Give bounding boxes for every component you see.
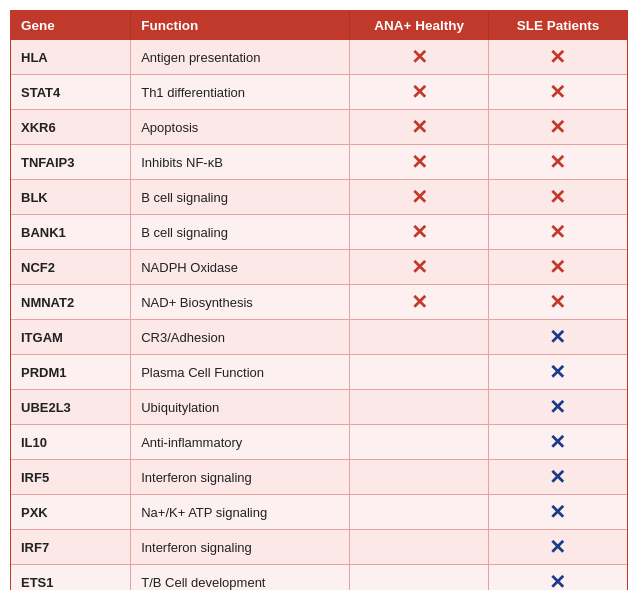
x-mark-red: ✕: [411, 185, 428, 209]
cell-sle: ✕: [488, 285, 627, 320]
cell-function: Ubiquitylation: [131, 390, 350, 425]
header-function: Function: [131, 11, 350, 40]
cell-function: Th1 differentiation: [131, 75, 350, 110]
x-mark-red: ✕: [549, 220, 566, 244]
x-mark-red: ✕: [411, 220, 428, 244]
x-mark-red: ✕: [549, 185, 566, 209]
cell-sle: ✕: [488, 320, 627, 355]
x-mark-blue: ✕: [549, 395, 566, 419]
header-ana: ANA+ Healthy: [350, 11, 489, 40]
cell-ana: [350, 530, 489, 565]
cell-function: B cell signaling: [131, 215, 350, 250]
cell-function: Apoptosis: [131, 110, 350, 145]
x-mark-blue: ✕: [549, 325, 566, 349]
x-mark-red: ✕: [549, 150, 566, 174]
x-mark-blue: ✕: [549, 360, 566, 384]
cell-ana: ✕: [350, 40, 489, 75]
cell-ana: ✕: [350, 145, 489, 180]
header-sle: SLE Patients: [488, 11, 627, 40]
cell-gene: ETS1: [11, 565, 131, 591]
cell-gene: BANK1: [11, 215, 131, 250]
table-row: ITGAMCR3/Adhesion✕: [11, 320, 627, 355]
cell-function: Inhibits NF-κB: [131, 145, 350, 180]
cell-sle: ✕: [488, 75, 627, 110]
x-mark-red: ✕: [549, 45, 566, 69]
cell-gene: PRDM1: [11, 355, 131, 390]
gene-table: Gene Function ANA+ Healthy SLE Patients …: [10, 10, 628, 590]
cell-function: Interferon signaling: [131, 530, 350, 565]
cell-gene: PXK: [11, 495, 131, 530]
x-mark-blue: ✕: [549, 430, 566, 454]
x-mark-red: ✕: [411, 255, 428, 279]
cell-ana: [350, 565, 489, 591]
cell-gene: IRF5: [11, 460, 131, 495]
table-row: XKR6Apoptosis✕✕: [11, 110, 627, 145]
table-row: BLKB cell signaling✕✕: [11, 180, 627, 215]
cell-sle: ✕: [488, 530, 627, 565]
cell-sle: ✕: [488, 215, 627, 250]
cell-sle: ✕: [488, 495, 627, 530]
cell-sle: ✕: [488, 110, 627, 145]
cell-ana: [350, 460, 489, 495]
table-row: HLAAntigen presentation✕✕: [11, 40, 627, 75]
x-mark-red: ✕: [411, 45, 428, 69]
table-row: STAT4Th1 differentiation✕✕: [11, 75, 627, 110]
x-mark-red: ✕: [549, 80, 566, 104]
table-row: NCF2NADPH Oxidase✕✕: [11, 250, 627, 285]
cell-ana: [350, 320, 489, 355]
table-row: UBE2L3Ubiquitylation✕: [11, 390, 627, 425]
cell-function: B cell signaling: [131, 180, 350, 215]
cell-function: Plasma Cell Function: [131, 355, 350, 390]
cell-gene: TNFAIP3: [11, 145, 131, 180]
table-row: IRF5Interferon signaling✕: [11, 460, 627, 495]
header-gene: Gene: [11, 11, 131, 40]
cell-sle: ✕: [488, 250, 627, 285]
cell-sle: ✕: [488, 145, 627, 180]
table-row: PXKNa+/K+ ATP signaling✕: [11, 495, 627, 530]
cell-function: Na+/K+ ATP signaling: [131, 495, 350, 530]
table-row: IL10Anti-inflammatory✕: [11, 425, 627, 460]
cell-gene: XKR6: [11, 110, 131, 145]
cell-ana: [350, 355, 489, 390]
cell-function: Anti-inflammatory: [131, 425, 350, 460]
cell-ana: ✕: [350, 250, 489, 285]
cell-function: Antigen presentation: [131, 40, 350, 75]
cell-ana: ✕: [350, 215, 489, 250]
cell-sle: ✕: [488, 40, 627, 75]
cell-gene: HLA: [11, 40, 131, 75]
cell-function: CR3/Adhesion: [131, 320, 350, 355]
table-row: IRF7Interferon signaling✕: [11, 530, 627, 565]
cell-function: NADPH Oxidase: [131, 250, 350, 285]
cell-gene: STAT4: [11, 75, 131, 110]
cell-ana: ✕: [350, 75, 489, 110]
cell-function: NAD+ Biosynthesis: [131, 285, 350, 320]
cell-ana: [350, 495, 489, 530]
x-mark-red: ✕: [411, 290, 428, 314]
cell-gene: IL10: [11, 425, 131, 460]
cell-function: Interferon signaling: [131, 460, 350, 495]
x-mark-red: ✕: [549, 290, 566, 314]
table-header-row: Gene Function ANA+ Healthy SLE Patients: [11, 11, 627, 40]
table-row: BANK1B cell signaling✕✕: [11, 215, 627, 250]
x-mark-blue: ✕: [549, 535, 566, 559]
cell-sle: ✕: [488, 355, 627, 390]
x-mark-red: ✕: [411, 80, 428, 104]
cell-ana: [350, 425, 489, 460]
x-mark-red: ✕: [411, 115, 428, 139]
cell-function: T/B Cell development: [131, 565, 350, 591]
cell-sle: ✕: [488, 425, 627, 460]
x-mark-blue: ✕: [549, 570, 566, 590]
table-row: PRDM1Plasma Cell Function✕: [11, 355, 627, 390]
cell-sle: ✕: [488, 565, 627, 591]
cell-gene: UBE2L3: [11, 390, 131, 425]
cell-gene: ITGAM: [11, 320, 131, 355]
table-row: TNFAIP3Inhibits NF-κB✕✕: [11, 145, 627, 180]
cell-sle: ✕: [488, 390, 627, 425]
cell-gene: BLK: [11, 180, 131, 215]
cell-ana: [350, 390, 489, 425]
x-mark-red: ✕: [411, 150, 428, 174]
cell-sle: ✕: [488, 460, 627, 495]
x-mark-blue: ✕: [549, 465, 566, 489]
cell-sle: ✕: [488, 180, 627, 215]
table-row: ETS1T/B Cell development✕: [11, 565, 627, 591]
